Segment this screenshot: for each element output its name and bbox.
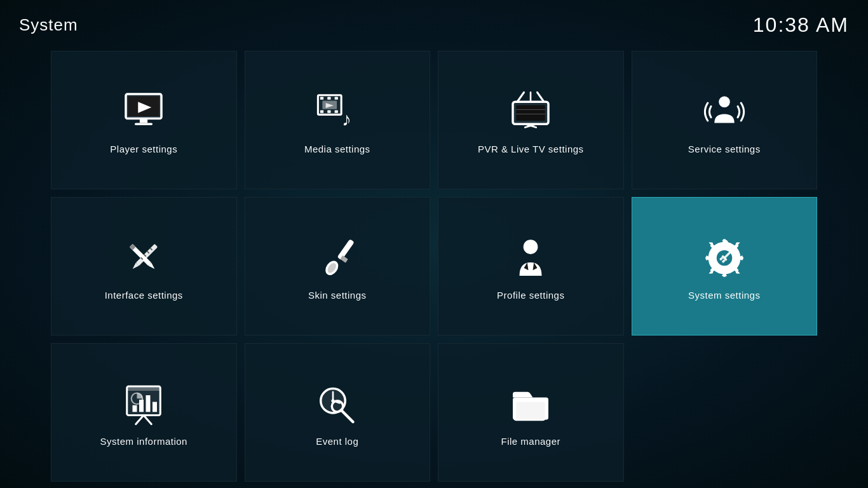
tile-system-information[interactable]: System information bbox=[51, 343, 237, 482]
svg-rect-22 bbox=[517, 105, 546, 121]
empty-cell bbox=[632, 343, 818, 482]
profile-settings-label: Profile settings bbox=[497, 290, 564, 301]
svg-rect-48 bbox=[738, 256, 743, 259]
svg-rect-37 bbox=[337, 239, 354, 261]
svg-point-27 bbox=[719, 96, 730, 107]
svg-rect-13 bbox=[334, 110, 337, 112]
skin-settings-icon bbox=[312, 233, 363, 283]
svg-rect-62 bbox=[127, 386, 161, 391]
svg-rect-4 bbox=[140, 118, 147, 123]
svg-rect-47 bbox=[705, 256, 711, 259]
svg-rect-66 bbox=[153, 402, 157, 412]
player-settings-label: Player settings bbox=[110, 144, 177, 154]
file-manager-icon bbox=[505, 379, 556, 430]
svg-line-18 bbox=[538, 92, 545, 102]
tile-profile-settings[interactable]: Profile settings bbox=[438, 197, 624, 336]
player-settings-icon bbox=[118, 86, 169, 137]
svg-line-73 bbox=[342, 410, 353, 422]
tile-interface-settings[interactable]: Interface settings bbox=[51, 197, 237, 336]
system-settings-icon bbox=[699, 233, 750, 283]
media-settings-icon: ♪ bbox=[312, 86, 363, 137]
svg-text:♪: ♪ bbox=[342, 108, 351, 129]
svg-line-17 bbox=[517, 92, 524, 102]
svg-rect-10 bbox=[334, 97, 337, 99]
event-log-icon bbox=[312, 379, 363, 430]
svg-rect-11 bbox=[320, 110, 323, 112]
svg-rect-76 bbox=[517, 402, 546, 419]
tile-event-log[interactable]: Event log bbox=[245, 343, 431, 482]
svg-line-58 bbox=[136, 415, 144, 424]
svg-rect-45 bbox=[722, 239, 726, 245]
page-title: System bbox=[19, 15, 78, 35]
interface-settings-icon bbox=[118, 233, 169, 283]
tile-skin-settings[interactable]: Skin settings bbox=[245, 197, 431, 336]
event-log-label: Event log bbox=[316, 436, 358, 447]
tile-pvr-settings[interactable]: PVR & Live TV settings bbox=[438, 51, 624, 189]
service-settings-icon bbox=[699, 86, 750, 137]
tile-media-settings[interactable]: ♪ Media settings bbox=[245, 51, 431, 189]
tile-system-settings[interactable]: System settings bbox=[632, 197, 818, 336]
svg-rect-5 bbox=[135, 123, 153, 125]
tile-file-manager[interactable]: File manager bbox=[438, 343, 624, 482]
file-manager-label: File manager bbox=[501, 436, 560, 447]
settings-grid: Player settings ♪ Medi bbox=[0, 44, 868, 488]
svg-rect-9 bbox=[327, 97, 330, 99]
svg-rect-65 bbox=[146, 395, 151, 412]
system-information-label: System information bbox=[100, 436, 187, 447]
svg-line-59 bbox=[144, 415, 151, 424]
pvr-settings-label: PVR & Live TV settings bbox=[478, 144, 584, 154]
system-information-icon bbox=[118, 379, 169, 430]
media-settings-label: Media settings bbox=[304, 144, 370, 154]
svg-rect-12 bbox=[327, 110, 330, 112]
skin-settings-label: Skin settings bbox=[308, 290, 367, 301]
svg-rect-46 bbox=[722, 271, 726, 277]
tile-player-settings[interactable]: Player settings bbox=[51, 51, 237, 189]
svg-rect-63 bbox=[133, 405, 137, 412]
interface-settings-label: Interface settings bbox=[105, 290, 183, 301]
svg-rect-8 bbox=[320, 97, 323, 99]
svg-point-41 bbox=[524, 240, 538, 254]
clock: 10:38 AM bbox=[753, 13, 849, 37]
tile-service-settings[interactable]: Service settings bbox=[632, 51, 818, 189]
service-settings-label: Service settings bbox=[688, 144, 761, 154]
profile-settings-icon bbox=[505, 233, 556, 283]
pvr-settings-icon bbox=[505, 86, 556, 137]
system-settings-label: System settings bbox=[688, 290, 760, 301]
